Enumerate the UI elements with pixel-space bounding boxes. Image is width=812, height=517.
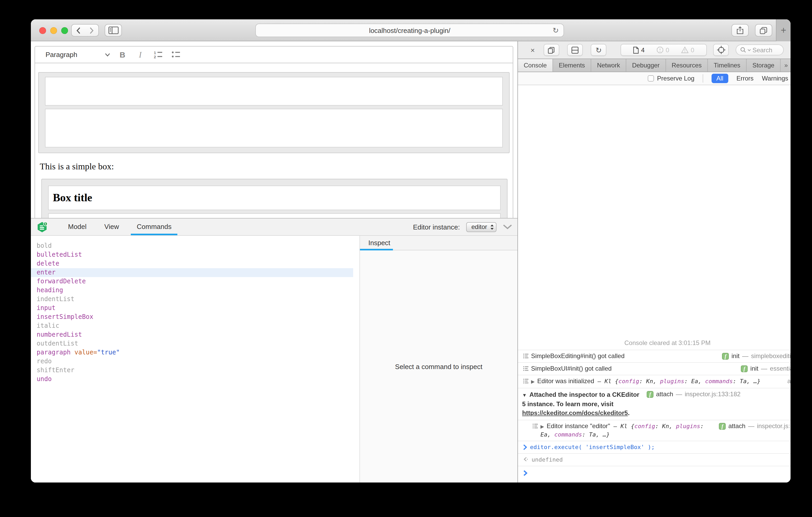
inspector-tab-storage[interactable]: Storage [747,59,781,71]
console-message[interactable]: SimpleBoxUI#init() got calledfinit—essen… [518,362,790,375]
editor-instance-label: Editor instance: [413,223,460,231]
console-message[interactable]: ▼Attached the inspector to a CKEditor 5 … [518,388,790,420]
inspector-tab-network[interactable]: Network [591,59,626,71]
console-message[interactable]: SimpleBoxEditing#init() got calledfinit—… [518,350,790,362]
share-button[interactable] [731,24,749,37]
tab-overview-button[interactable] [755,24,772,37]
filter-scope-errors[interactable]: Errors [736,75,753,82]
console-message[interactable]: ▶Editor was initialized – Kl {config: Kn… [518,375,790,388]
ck-tab-view[interactable]: View [95,218,128,235]
back-button[interactable] [71,24,85,37]
command-item-bulletedList[interactable]: bulletedList [31,250,359,259]
new-tab-button[interactable]: + [776,19,790,41]
numbered-list-button[interactable]: 1 2 [149,51,167,59]
bulleted-list-button[interactable] [167,51,185,59]
preserve-log-control[interactable]: Preserve Log [648,75,695,82]
console-message[interactable]: editor.execute( 'insertSimpleBox' ); [518,441,790,453]
more-tabs-button[interactable]: » [781,59,790,71]
content-paragraph[interactable]: This is a simple box: [40,161,513,172]
dock-inspector-button[interactable] [567,44,583,56]
disclosure-closed-icon[interactable]: ▶ [531,379,535,384]
console-location-link[interactable]: simpleboxediting.js:19 [751,352,790,360]
web-page: Paragraph B I 1 2 [31,41,517,483]
filter-scope-all[interactable]: All [712,74,728,83]
bold-button[interactable]: B [114,50,131,59]
italic-icon: I [139,50,142,59]
link-suffix: . [628,409,630,417]
simple-box-description-field[interactable] [48,213,501,218]
console-message-meta: fattach—inspector.js:133:326 [719,422,790,430]
inspector-tab-timelines[interactable]: Timelines [708,59,747,71]
object-preview-segment: : Ea, [684,378,705,385]
forward-button[interactable] [85,24,99,37]
command-item-forwardDelete[interactable]: forwardDelete [31,277,359,286]
command-name: shiftEnter [37,366,75,374]
console-location-link[interactable]: essentials.js:35 [770,365,790,373]
collapse-panel-icon[interactable] [503,224,512,230]
simple-box-title-field[interactable]: Box title [48,186,501,210]
preserve-log-checkbox[interactable] [648,75,654,82]
console-location-link[interactable]: inspector.js:133:182 [685,391,741,398]
object-preview-segment: commands [554,431,582,438]
command-item-input[interactable]: input [31,304,359,313]
command-name: bulletedList [37,251,82,258]
svg-text:1: 1 [153,51,156,55]
filter-scope-warnings[interactable]: Warnings [762,75,788,82]
inspector-tab-debugger[interactable]: Debugger [626,59,666,71]
paragraph-dropdown[interactable]: Paragraph [46,51,114,59]
close-window-button[interactable] [39,27,46,34]
command-item-insertSimpleBox[interactable]: insertSimpleBox [31,313,359,322]
preserve-log-label: Preserve Log [657,75,695,82]
command-item-delete[interactable]: delete [31,259,359,268]
zoom-window-button[interactable] [61,27,68,34]
console-link[interactable]: https://ckeditor.com/docs/ckeditor5 [522,409,628,417]
editor-content-area[interactable]: This is a simple box: Box title [34,63,513,218]
simple-box-description-field[interactable] [45,109,503,147]
object-preview-segment: plugins [660,378,684,385]
command-item-indentList[interactable]: indentList [31,295,359,304]
console-location-link[interactable]: inspector.js:133:326 [757,422,790,430]
console-message[interactable]: ▶Editor instance "editor" – Kl {config: … [518,420,790,441]
command-item-shiftEnter[interactable]: shiftEnter [31,366,359,375]
command-item-undo[interactable]: undo [31,375,359,384]
command-item-enter[interactable]: enter [31,268,353,277]
console-prompt[interactable] [518,466,790,483]
simple-box-widget[interactable]: Box title [41,179,508,218]
ck-tab-commands[interactable]: Commands [128,218,180,235]
close-inspector-button[interactable]: × [530,46,535,54]
inspector-tab-elements[interactable]: Elements [553,59,591,71]
address-bar[interactable]: localhost/creating-a-plugin/ ↻ [255,24,564,37]
inspect-tab-bar: Inspect [360,236,517,250]
command-item-paragraph[interactable]: paragraph value="true" [31,348,359,357]
tab-inspect[interactable]: Inspect [360,236,390,250]
editor-instance-select[interactable]: editor [466,222,496,232]
detach-inspector-button[interactable] [544,44,559,56]
issues-summary-button[interactable]: 4 0 0 [620,44,707,56]
browser-window: localhost/creating-a-plugin/ ↻ + Paragra… [31,19,790,483]
reload-page-button[interactable]: ↻ [591,44,606,56]
command-item-heading[interactable]: heading [31,286,359,295]
command-item-redo[interactable]: redo [31,357,359,366]
error-count: 0 [666,46,669,54]
sidebar-toggle-button[interactable] [105,24,122,37]
command-item-italic[interactable]: italic [31,322,359,330]
reload-icon[interactable]: ↻ [553,27,559,34]
command-item-numberedList[interactable]: numberedList [31,330,359,339]
console-message[interactable]: undefined [518,453,790,466]
command-item-outdentList[interactable]: outdentList [31,339,359,348]
window-content: Paragraph B I 1 2 [31,41,790,483]
italic-button[interactable]: I [131,50,149,59]
disclosure-closed-icon[interactable]: ▶ [541,424,544,429]
disclosure-open-icon[interactable]: ▼ [522,393,527,398]
inspector-search-field[interactable]: Search [735,44,784,55]
inspector-tab-console[interactable]: Console [518,59,553,71]
element-picker-button[interactable] [713,44,729,56]
minimize-window-button[interactable] [50,27,57,34]
ck-tab-model[interactable]: Model [59,218,95,235]
inspector-tab-resources[interactable]: Resources [666,59,708,71]
message-text: SimpleBoxUI#init() got called [531,365,612,372]
simple-box-title-field[interactable] [45,77,503,105]
console-location-link[interactable]: app.js:31 [787,377,790,385]
command-item-bold[interactable]: bold [31,242,359,250]
simple-box-widget-empty[interactable] [38,72,510,153]
